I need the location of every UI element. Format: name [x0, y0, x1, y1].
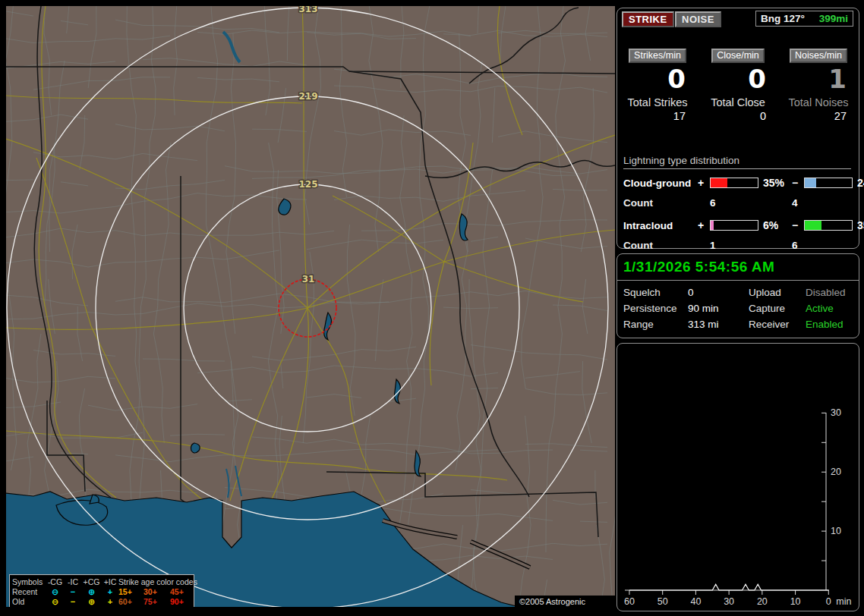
- uptime-stats: Uptime 473:40 Peak time Plot Peak rate 2…: [617, 344, 859, 379]
- age-60: 60+: [118, 597, 143, 606]
- rate-counters: Strikes/min 0 Total Strikes 17 Close/min…: [617, 48, 859, 122]
- persistence-label: Persistence: [623, 303, 688, 314]
- strike-toggle-button[interactable]: STRIKE: [622, 11, 674, 27]
- peak-rate-label: Peak rate: [623, 368, 688, 379]
- total-noises-label: Total Noises: [778, 96, 859, 108]
- total-close-value: 0: [698, 110, 778, 122]
- ring-label-313: 313: [298, 6, 317, 14]
- svg-text:30: 30: [724, 596, 734, 607]
- total-noises-value: 27: [778, 110, 859, 122]
- uptime-label: Uptime: [623, 351, 688, 363]
- range-label: Range: [623, 319, 688, 330]
- app-window: 313 219 125 31 Symbols -CG -IC +CG +IC S…: [0, 0, 864, 616]
- plot-mode-value: Strike: [806, 368, 859, 379]
- strikes-counter: Strikes/min 0 Total Strikes 17: [617, 48, 698, 122]
- ring-label-219: 219: [298, 91, 317, 102]
- svg-text:10: 10: [831, 526, 841, 536]
- svg-text:20: 20: [757, 596, 768, 607]
- pos-ic-old-icon: +: [102, 597, 118, 606]
- neg-cg-old-icon: ⊖: [46, 597, 65, 606]
- neg-ic-old-icon: −: [65, 597, 81, 606]
- neg-cg-recent-icon: ⊖: [46, 587, 65, 596]
- cloud-ground-row: Cloud-ground + 35% − 24%: [623, 174, 851, 192]
- age-75: 75+: [143, 597, 170, 606]
- receiver-status: Enabled: [806, 319, 859, 330]
- status-panel: 1/31/2026 5:54:56 AM Squelch 0 Upload Di…: [616, 253, 859, 338]
- total-close-label: Total Close: [698, 96, 778, 108]
- neg-ic-recent-icon: −: [65, 587, 81, 596]
- cloud-ground-label: Cloud-ground: [623, 178, 698, 189]
- ring-label-31: 31: [302, 274, 315, 284]
- ring-label-125: 125: [298, 179, 317, 190]
- total-strikes-value: 17: [617, 110, 698, 122]
- legend-symbols-header: Symbols: [12, 577, 46, 586]
- pos-ic-recent-icon: +: [102, 587, 118, 596]
- plot-header: Plot: [806, 351, 859, 363]
- strike-summary-panel: STRIKE NOISE Bng 127° 399mi Strikes/min …: [616, 8, 859, 249]
- cg-negative-count: 4: [792, 197, 851, 209]
- trend-window: Trend graph 60 min: [617, 379, 859, 401]
- close-per-min-button[interactable]: Close/min: [711, 49, 765, 63]
- peak-rate-value: 2/min: [688, 368, 749, 379]
- ic-negative-pct: 35%: [853, 219, 864, 231]
- ic-negative-bar: [804, 220, 853, 231]
- age-45: 45+: [170, 587, 191, 596]
- strikes-per-min-value: 0: [617, 64, 698, 93]
- ic-positive-bar: [710, 220, 758, 231]
- trend-graph: 3020106050403020100min: [617, 403, 859, 609]
- close-counter: Close/min 0 Total Close 0: [698, 48, 778, 122]
- squelch-value: 0: [688, 287, 749, 298]
- copyright-text: ©2005 Astrogenic Systems: [515, 596, 615, 607]
- svg-text:0: 0: [826, 596, 831, 607]
- minus-sign: −: [792, 177, 804, 189]
- ic-positive-count: 1: [710, 240, 792, 251]
- cg-negative-bar-fill: [805, 178, 816, 187]
- count-label: Count: [623, 240, 710, 251]
- receiver-label: Receiver: [749, 319, 806, 330]
- noises-per-min-button[interactable]: Noises/min: [790, 49, 847, 63]
- capture-status: Active: [806, 303, 859, 314]
- stats-trend-panel: Uptime 473:40 Peak time Plot Peak rate 2…: [616, 343, 859, 611]
- map-svg: 313 219 125 31: [6, 6, 615, 607]
- lightning-distribution: Lightning type distribution Cloud-ground…: [623, 155, 851, 254]
- ic-positive-pct: 6%: [758, 219, 792, 231]
- legend-row-old-label: Old: [12, 597, 46, 606]
- symbols-legend: Symbols -CG -IC +CG +IC Strike age color…: [9, 574, 194, 607]
- receiver-settings: Squelch 0 Upload Disabled Persistence 90…: [617, 281, 859, 330]
- intracloud-row: Intracloud + 6% − 35%: [623, 216, 851, 234]
- cg-positive-bar-fill: [711, 178, 727, 187]
- svg-text:10: 10: [790, 596, 801, 607]
- noises-per-min-value: 1: [778, 64, 859, 93]
- clock-display: 1/31/2026 5:54:56 AM: [617, 257, 859, 281]
- svg-text:30: 30: [831, 407, 841, 418]
- capture-label: Capture: [749, 303, 806, 314]
- trend-window-value: 60 min: [688, 390, 859, 401]
- cg-positive-bar: [710, 178, 758, 188]
- uptime-value: 473:40: [688, 351, 749, 363]
- close-per-min-value: 0: [698, 64, 778, 93]
- upload-label: Upload: [749, 287, 806, 298]
- legend-col-neg-cg: -CG: [46, 577, 65, 586]
- cg-positive-pct: 35%: [758, 177, 792, 189]
- distribution-header: Lightning type distribution: [623, 155, 851, 169]
- range-value: 313 mi: [688, 319, 749, 330]
- legend-row-recent-label: Recent: [12, 587, 46, 596]
- map-canvas[interactable]: 313 219 125 31 Symbols -CG -IC +CG +IC S…: [6, 6, 615, 607]
- age-30: 30+: [143, 587, 170, 596]
- legend-age-header: Strike age color codes: [118, 577, 191, 586]
- peak-time-value: 1:14 AM: [749, 368, 806, 379]
- bearing-readout: Bng 127° 399mi: [755, 11, 853, 27]
- upload-status: Disabled: [806, 287, 859, 298]
- cg-negative-bar: [804, 178, 853, 188]
- legend-col-pos-cg: +CG: [81, 577, 102, 586]
- bearing-label: Bng 127°: [761, 13, 805, 24]
- legend-col-neg-ic: -IC: [65, 577, 81, 586]
- cg-negative-pct: 24%: [853, 177, 864, 189]
- pos-cg-old-icon: ⊕: [81, 597, 102, 606]
- noises-counter: Noises/min 1 Total Noises 27: [778, 48, 859, 122]
- strikes-per-min-button[interactable]: Strikes/min: [629, 49, 686, 63]
- noise-toggle-button[interactable]: NOISE: [675, 11, 721, 27]
- ic-negative-bar-fill: [805, 221, 821, 230]
- legend-col-pos-ic: +IC: [102, 577, 118, 586]
- intracloud-label: Intracloud: [623, 220, 698, 231]
